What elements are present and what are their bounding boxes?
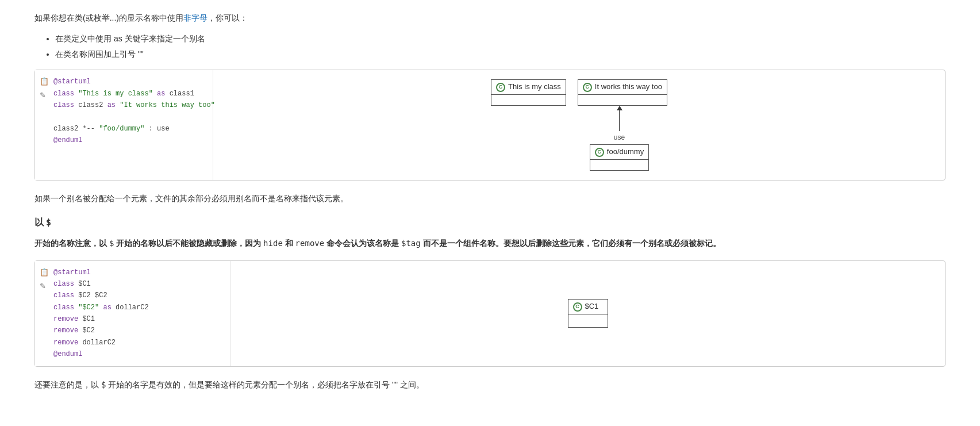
middle-text: 如果一个别名被分配给一个元素，文件的其余部分必须用别名而不是名称来指代该元素。: [34, 192, 946, 206]
uml-class-header-c1: C $C1: [568, 300, 608, 314]
code-panel-2: 📋 ✎ @startuml class $C1 class $C2 $C2 cl…: [35, 261, 230, 366]
section-heading-code: $: [46, 216, 51, 229]
non-alpha-link[interactable]: 非字母: [183, 13, 207, 22]
c-icon-c1: C: [573, 302, 582, 312]
bold-paragraph: 开始的名称注意，以 $ 开始的名称以后不能被隐藏或删除，因为 hide 和 re…: [34, 236, 946, 251]
uml-top-classes: C This is my class C It works this way t…: [491, 79, 667, 106]
c-icon-2: C: [583, 83, 592, 92]
relation-label: use: [614, 132, 625, 143]
intro-paragraph: 如果你想在类(或枚举...)的显示名称中使用非字母，你可以：: [34, 11, 946, 24]
code-panel-1: 📋 ✎ @startuml class "This is my class" a…: [35, 70, 213, 180]
example-block-1: 📋 ✎ @startuml class "This is my class" a…: [34, 70, 946, 181]
diagram-panel-2: C $C1: [230, 261, 945, 366]
uml-class-foo-dummy: C foo/dummy: [590, 144, 649, 171]
uml-class-it-works: C It works this way too: [578, 79, 667, 106]
uml-class-body-3: [590, 160, 648, 170]
section-heading: 以 $: [34, 215, 946, 230]
edit-icon-2[interactable]: ✎: [40, 281, 46, 293]
code-text-2: @startuml class $C1 class $C2 $C2 class …: [53, 267, 223, 360]
c-icon-1: C: [496, 83, 505, 92]
code-text-1: @startuml class "This is my class" as cl…: [53, 76, 206, 146]
c-icon-3: C: [595, 148, 604, 157]
bold-part-1: 开始的名称注意，以 $ 开始的名称以后不能被隐藏或删除，因为 hide 和 re…: [34, 239, 721, 248]
uml-class-c1: C $C1: [568, 299, 608, 328]
uml-class-header-3: C foo/dummy: [590, 145, 648, 160]
class1-label: This is my class: [508, 81, 561, 93]
bottom-note-text: 还要注意的是，以 $ 开始的名字是有效的，但是要给这样的元素分配一个别名，必须把…: [34, 380, 424, 389]
class2-label: It works this way too: [595, 81, 662, 93]
uml-class-header-1: C This is my class: [491, 80, 566, 95]
class3-label: foo/dummy: [607, 146, 644, 158]
uml-class-this-is-my-class: C This is my class: [491, 79, 566, 106]
bullet-item-2: 在类名称周围加上引号 "": [55, 48, 946, 60]
intro-text-after: ，你可以：: [207, 13, 248, 22]
uml-class-body-1: [491, 95, 566, 105]
section-heading-text: 以: [34, 215, 44, 230]
example-block-2: 📋 ✎ @startuml class $C1 class $C2 $C2 cl…: [34, 260, 946, 367]
uml-diagram-2: C $C1: [568, 299, 608, 328]
uml-arrow: [617, 106, 622, 110]
diagram-panel-1: C This is my class C It works this way t…: [213, 70, 945, 180]
uml-class-body-c1: [568, 314, 608, 327]
bullet-item-1: 在类定义中使用 as 关键字来指定一个别名: [55, 32, 946, 45]
c1-label: $C1: [585, 301, 599, 313]
copy-icon-2[interactable]: 📋: [40, 267, 49, 279]
edit-icon[interactable]: ✎: [40, 90, 46, 102]
uml-class-header-2: C It works this way too: [578, 80, 667, 95]
uml-diagram-1: C This is my class C It works this way t…: [491, 79, 667, 171]
intro-text-before: 如果你想在类(或枚举...)的显示名称中使用: [34, 13, 183, 22]
uml-connector-area: use C foo/dummy: [590, 106, 649, 171]
uml-class-body-2: [578, 95, 667, 105]
uml-vertical-line: [619, 110, 620, 131]
copy-icon[interactable]: 📋: [40, 76, 49, 88]
bottom-note: 还要注意的是，以 $ 开始的名字是有效的，但是要给这样的元素分配一个别名，必须把…: [34, 378, 946, 392]
bullet-list: 在类定义中使用 as 关键字来指定一个别名 在类名称周围加上引号 "": [34, 32, 946, 60]
